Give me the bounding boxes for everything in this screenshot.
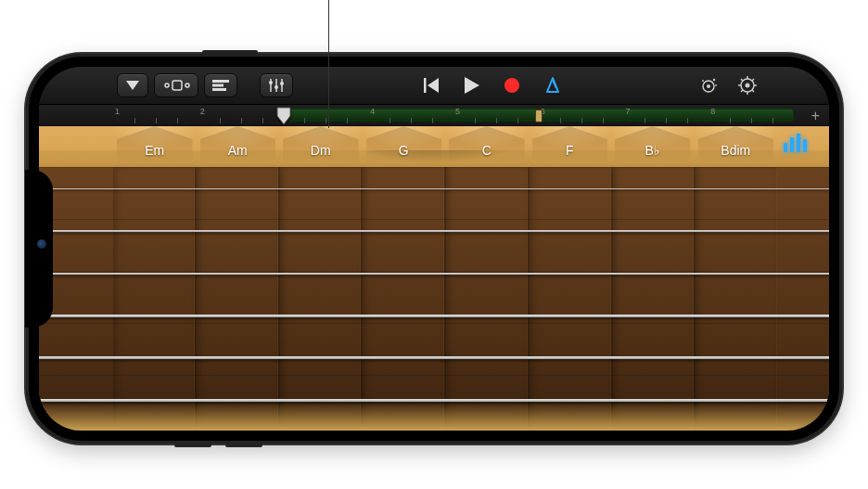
ruler-tick (389, 118, 390, 123)
touch-instrument: EmAmDmGCFB♭Bdim (39, 126, 829, 431)
ruler-tick (347, 118, 348, 123)
chord-tab[interactable]: Bdim (695, 126, 778, 167)
front-camera (37, 239, 46, 249)
svg-line-25 (741, 79, 743, 81)
ruler-tick (666, 118, 667, 123)
ruler-tick (220, 118, 221, 123)
ruler-tick (262, 118, 263, 123)
svg-rect-5 (212, 88, 226, 91)
tracks-view-button[interactable] (204, 73, 237, 97)
chord-tab[interactable]: B♭ (611, 126, 695, 167)
chord-column[interactable] (528, 167, 611, 431)
ruler-tick (772, 118, 773, 123)
autoplay-button[interactable] (781, 132, 809, 152)
ruler-tick (560, 118, 561, 123)
ruler-tick (134, 118, 135, 123)
chord-tab[interactable]: F (529, 126, 612, 167)
ruler-tick (241, 118, 242, 123)
instrument-nav-button[interactable] (154, 73, 198, 97)
bar-number: 1 (115, 107, 120, 116)
chord-column[interactable] (361, 167, 444, 431)
svg-point-29 (746, 84, 750, 88)
svg-rect-3 (212, 80, 229, 83)
fretboard (39, 167, 829, 431)
phone-frame: 12345678 + EmAmDmGCFB♭Bdim (26, 54, 842, 444)
chord-columns (113, 167, 777, 431)
control-bar (39, 67, 829, 104)
chord-tab[interactable]: Em (113, 126, 197, 167)
chord-tab[interactable]: Am (197, 126, 280, 167)
svg-line-27 (752, 79, 754, 81)
ruler-tick (751, 118, 752, 123)
chord-tab[interactable]: Dm (279, 126, 363, 167)
ruler-tick (603, 118, 604, 123)
svg-point-17 (713, 79, 715, 81)
chord-label: F (566, 135, 574, 158)
svg-point-16 (707, 84, 710, 88)
record-button[interactable] (494, 73, 530, 97)
ruler-tick (156, 118, 157, 123)
ruler-tick (517, 118, 518, 123)
chord-column[interactable] (694, 167, 777, 431)
chord-strip: EmAmDmGCFB♭Bdim (113, 126, 777, 167)
metronome-button[interactable] (535, 73, 570, 97)
svg-line-28 (741, 90, 743, 92)
chord-label: C (482, 135, 491, 158)
chord-column[interactable] (278, 167, 362, 431)
ruler-tick (730, 118, 731, 123)
bar-number: 4 (370, 107, 375, 116)
bar-number: 2 (200, 107, 205, 116)
ruler[interactable]: 12345678 + (39, 104, 829, 126)
svg-rect-4 (212, 84, 223, 87)
phone-notch (25, 170, 53, 328)
ruler-tick (687, 118, 688, 123)
chord-column[interactable] (113, 167, 195, 431)
svg-rect-12 (424, 78, 427, 93)
ruler-tick (432, 118, 433, 123)
bar-number: 8 (710, 107, 715, 116)
chord-tab[interactable]: C (445, 126, 529, 167)
svg-line-26 (752, 90, 754, 92)
ruler-tick (496, 118, 497, 123)
ruler-tick (304, 118, 305, 123)
svg-rect-1 (172, 81, 182, 90)
chord-label: Am (228, 135, 248, 158)
chord-label: B♭ (645, 135, 660, 158)
app-screen: 12345678 + EmAmDmGCFB♭Bdim (39, 67, 829, 431)
play-button[interactable] (455, 73, 489, 97)
chord-column[interactable] (444, 167, 528, 431)
svg-point-18 (702, 80, 704, 82)
ruler-track[interactable]: 12345678 (113, 105, 794, 125)
playhead[interactable] (276, 107, 291, 125)
add-section-button[interactable]: + (811, 108, 820, 124)
chord-label: G (399, 135, 409, 158)
ruler-tick (326, 118, 326, 123)
svg-point-9 (274, 85, 278, 89)
ruler-tick (581, 118, 582, 123)
loop-handle[interactable] (536, 110, 542, 122)
chord-column[interactable] (611, 167, 695, 431)
chord-tab[interactable]: G (363, 126, 446, 167)
chord-column[interactable] (195, 167, 278, 431)
svg-point-0 (165, 84, 169, 87)
svg-point-7 (269, 81, 273, 84)
bar-number: 7 (626, 107, 631, 116)
master-effects-button[interactable] (692, 73, 725, 97)
ruler-tick (177, 118, 178, 123)
svg-point-13 (504, 78, 519, 93)
chord-label: Em (145, 135, 164, 158)
callout-line (328, 0, 329, 128)
chord-label: Bdim (721, 135, 750, 158)
browser-button[interactable] (117, 73, 148, 97)
fx-button[interactable] (260, 73, 293, 97)
settings-button[interactable] (731, 72, 764, 98)
chord-label: Dm (311, 135, 331, 158)
ruler-tick (475, 118, 476, 123)
ruler-tick (411, 118, 412, 123)
svg-point-2 (185, 84, 189, 87)
bar-number: 5 (455, 107, 460, 116)
ruler-tick (645, 118, 645, 123)
svg-point-11 (280, 82, 284, 85)
go-to-beginning-button[interactable] (415, 74, 450, 97)
svg-point-19 (715, 84, 717, 86)
